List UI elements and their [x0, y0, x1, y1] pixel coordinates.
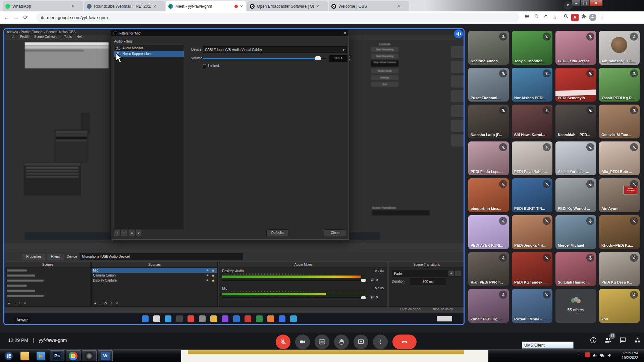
- info-button[interactable]: [589, 336, 598, 345]
- end-call-button[interactable]: [392, 335, 417, 349]
- window-minimize-button[interactable]: ‒: [572, 0, 581, 6]
- participant-tile[interactable]: PEDi Kg Desa P...: [599, 252, 640, 286]
- reload-button[interactable]: ⟳: [21, 13, 30, 21]
- scene-row[interactable]: [5, 268, 90, 273]
- duration-value[interactable]: 300 ms: [410, 278, 446, 285]
- device-select[interactable]: ▾ CABLE Input (VB-Audio Virtual Cable): [203, 46, 347, 53]
- speaker-settings-icons[interactable]: 🔊⚙: [370, 296, 379, 299]
- share-icon[interactable]: [542, 14, 549, 21]
- zoom-out-icon[interactable]: [533, 14, 540, 21]
- move-up-button[interactable]: ∧: [129, 230, 135, 236]
- browser-menu-kebab-icon[interactable]: ⋮: [598, 14, 606, 21]
- participant-tile[interactable]: Siti Hawa Karmi...: [512, 105, 552, 138]
- controls-dock-button[interactable]: Start Recording: [371, 54, 398, 59]
- visibility-lock-icons[interactable]: 👁 🔒: [206, 279, 216, 282]
- participant-tile[interactable]: Mercel Michael: [555, 215, 596, 249]
- add-transition-button[interactable]: ＋: [448, 270, 454, 277]
- participant-tile[interactable]: PEDi Kg Wonod ...: [555, 178, 596, 212]
- participant-tile[interactable]: PUSAT INTERNETAin Ayuni: [599, 178, 640, 212]
- tab-search-button[interactable]: ▼: [564, 1, 572, 10]
- source-row[interactable]: Camera Canon👁 🔒: [92, 273, 217, 278]
- eye-icon[interactable]: [116, 47, 120, 50]
- participant-tile[interactable]: PEDI AYER KUNI...: [468, 215, 509, 249]
- close-button[interactable]: Close: [324, 229, 346, 236]
- taskbar-app-media[interactable]: ▶: [34, 350, 48, 361]
- tab-close-icon[interactable]: ✕: [397, 4, 401, 9]
- participant-tile[interactable]: Riah PEDi PPR T...: [468, 252, 509, 286]
- antivirus-tray-icon[interactable]: [585, 352, 590, 357]
- volume-slider-handle[interactable]: [315, 56, 321, 60]
- obs-menu-item[interactable]: Scene Collection: [34, 35, 59, 39]
- source-row[interactable]: Display Capture👁 🔒: [92, 278, 217, 283]
- start-button[interactable]: [1, 350, 16, 361]
- controls-dock-button[interactable]: Settings: [371, 75, 398, 80]
- participant-tile[interactable]: pimpprtmn kina...: [468, 178, 509, 212]
- forward-button[interactable]: →: [12, 13, 20, 21]
- controls-dock-button[interactable]: Studio Mode: [371, 68, 398, 73]
- scene-row[interactable]: [5, 278, 90, 283]
- extensions-puzzle-icon[interactable]: [580, 14, 587, 21]
- scene-row[interactable]: [5, 273, 90, 278]
- participant-tile[interactable]: Pusat Ekonomi ...: [468, 68, 509, 102]
- window-maximize-button[interactable]: ▢: [581, 0, 589, 6]
- dialog-close-icon[interactable]: ✕: [343, 31, 346, 36]
- locked-checkbox[interactable]: [203, 64, 206, 68]
- camera-access-icon[interactable]: [523, 14, 531, 21]
- filter-item[interactable]: Audio Monitor: [114, 45, 184, 51]
- participant-tile[interactable]: Azami Yarasat - ...: [555, 141, 596, 175]
- mic-device-select[interactable]: Microphone (USB Audio Device): [79, 253, 243, 260]
- scenes-toolbar[interactable]: ＋−∧∨: [7, 301, 29, 306]
- source-row[interactable]: Mic👁 🔒: [92, 268, 217, 273]
- participant-tile[interactable]: Nor Aishah PEDi...: [512, 68, 552, 102]
- participant-tile[interactable]: Alia_PEDi Bota ...: [599, 141, 640, 175]
- window-close-button[interactable]: ✕: [589, 0, 603, 6]
- people-button[interactable]: 87: [604, 336, 612, 345]
- sources-toolbar[interactable]: ＋−⚙∧∨: [94, 301, 121, 306]
- move-down-button[interactable]: ∨: [136, 230, 142, 236]
- filter-list[interactable]: Audio MonitorNoise Suppression: [114, 45, 184, 229]
- participant-tile[interactable]: You: [599, 289, 640, 323]
- participant-tile[interactable]: Kasmidah – PED...: [555, 105, 596, 138]
- profile-avatar[interactable]: [589, 14, 596, 21]
- present-button[interactable]: [354, 335, 368, 349]
- filter-item[interactable]: Noise Suppression: [114, 51, 184, 57]
- visibility-lock-icons[interactable]: 👁 🔒: [206, 274, 216, 277]
- participant-tile[interactable]: 55 others: [555, 289, 596, 323]
- participant-tile[interactable]: PEDi Jengka 4 H...: [512, 215, 552, 249]
- search-extension-icon[interactable]: [562, 14, 570, 21]
- mixer-volume-handle[interactable]: [361, 279, 366, 282]
- taskbar-clock[interactable]: 12:29 PM 19/2/2022: [618, 351, 642, 360]
- transition-select[interactable]: Fade: [392, 270, 448, 277]
- participant-tile[interactable]: Surzilah Hamad ...: [555, 252, 596, 286]
- taskbar-app-photoshop[interactable]: Ps: [50, 350, 64, 361]
- address-bar[interactable]: meet.google.com/yyf-fawe-gnm: [36, 13, 519, 22]
- taskbar-app-explorer[interactable]: [17, 350, 32, 361]
- tab-close-icon[interactable]: ✕: [316, 4, 319, 9]
- volume-tray-icon[interactable]: [607, 353, 612, 358]
- mic-off-button[interactable]: [276, 335, 290, 349]
- camera-button[interactable]: [295, 335, 310, 349]
- scene-row[interactable]: [5, 288, 90, 293]
- filters-button[interactable]: Filters: [47, 253, 64, 260]
- participant-tile[interactable]: Natasha Latip (P...: [468, 105, 509, 138]
- participant-tile[interactable]: Khairina Adnan: [468, 31, 509, 65]
- back-button[interactable]: ←: [3, 13, 11, 21]
- new-tab-button[interactable]: +: [410, 3, 418, 10]
- scene-row[interactable]: [5, 293, 90, 298]
- mixer-volume-slider[interactable]: [222, 280, 366, 281]
- adobe-acrobat-icon[interactable]: A: [571, 14, 579, 21]
- controls-dock-button[interactable]: Start Streaming: [371, 47, 398, 52]
- tray-icon[interactable]: [592, 353, 597, 358]
- browser-tab[interactable]: Open Broadcaster Software | OBS✕: [247, 1, 328, 11]
- defaults-button[interactable]: Defaults: [266, 229, 288, 236]
- participant-tile[interactable]: Octevia–M Tam...: [599, 105, 640, 138]
- mixer-volume-slider[interactable]: [222, 297, 366, 298]
- participant-tile[interactable]: PEDi Felda Tersat: [555, 31, 596, 65]
- captions-button[interactable]: CC: [315, 335, 329, 349]
- participant-tile[interactable]: PEDi Paya Nahu ...: [512, 141, 552, 175]
- visibility-lock-icons[interactable]: 👁 🔒: [206, 269, 216, 272]
- taskbar-app-lens[interactable]: [82, 350, 97, 361]
- chat-button[interactable]: [619, 336, 627, 345]
- bookmark-star-icon[interactable]: ☆: [551, 14, 558, 21]
- taskbar-app-chrome[interactable]: [66, 350, 80, 361]
